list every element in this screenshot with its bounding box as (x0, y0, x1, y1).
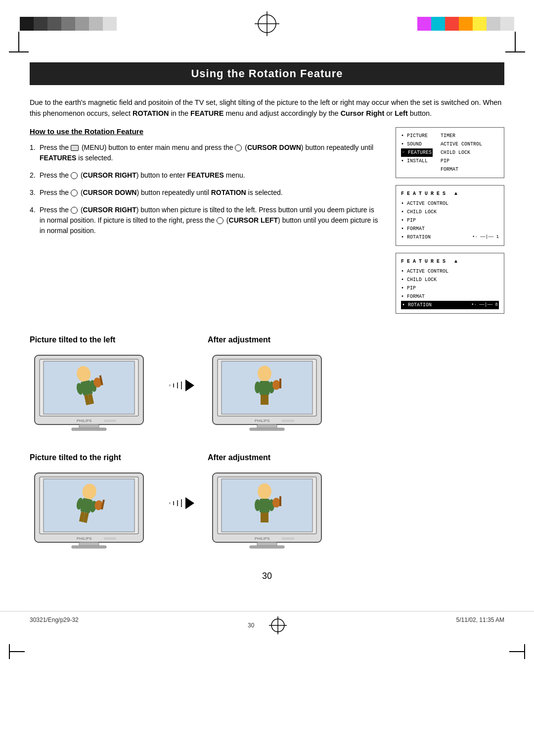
color-bar (47, 17, 61, 31)
tv-tilted-left: PHILIPS (30, 350, 148, 437)
how-to-section: How to use the Rotation Feature 1. Press… (30, 127, 504, 321)
rotation-row: • ROTATION •· ——|—— 1 (401, 233, 499, 241)
svg-text:PHILIPS: PHILIPS (77, 536, 92, 541)
svg-rect-66 (265, 513, 268, 522)
svg-marker-57 (185, 497, 194, 509)
svg-rect-35 (250, 428, 284, 430)
svg-text:PHILIPS: PHILIPS (77, 419, 92, 423)
tv-before-right-col: Picture tilted to the right (30, 453, 158, 556)
menu-item-highlighted: ☞ FEATURES (401, 148, 433, 157)
footer-left: 30321/Eng/p29-32 (30, 616, 79, 634)
menu-screenshots-column: • PICTURE • SOUND ☞ FEATURES • INSTALL T… (396, 127, 504, 321)
rotation-slider: •· ——|—— 1 (472, 234, 499, 241)
menu-item: • CHILD LOCK (401, 276, 499, 284)
svg-marker-22 (185, 379, 194, 391)
svg-point-32 (272, 380, 280, 390)
menu-item: FORMAT (441, 165, 482, 174)
menu-item: • CHILD LOCK (401, 208, 499, 216)
svg-text:PHILIPS: PHILIPS (255, 536, 270, 541)
steps-list: 1. Press the (MENU) button to enter main… (30, 142, 381, 236)
menu-item: • FORMAT (401, 292, 499, 301)
arrow-right-1 (168, 379, 198, 394)
svg-rect-70 (250, 546, 284, 548)
menu-item: • FORMAT (401, 225, 499, 233)
color-bar (445, 17, 459, 31)
footer-right: 5/11/02, 11:35 AM (456, 616, 504, 634)
color-bar (487, 17, 500, 31)
svg-rect-62 (260, 499, 269, 513)
svg-point-67 (272, 498, 280, 508)
crosshair-top-center (252, 9, 282, 39)
color-bar (20, 17, 34, 31)
svg-point-28 (255, 381, 261, 393)
right-color-bars (417, 17, 514, 31)
menu-item: PIP (441, 157, 482, 165)
menu-screenshot-2: F E A T U R E S ▲ • ACTIVE CONTROL • CHI… (396, 185, 504, 246)
cursor-right-icon (71, 172, 78, 179)
menu-item: • SOUND (401, 140, 433, 148)
cursor-left-icon (217, 217, 223, 224)
page-title: Using the Rotation Feature (30, 62, 504, 85)
footer-center: 30 (248, 622, 254, 629)
color-bar (75, 17, 89, 31)
reg-mark (515, 32, 516, 51)
tv-after-right-col: After adjustment (208, 453, 504, 556)
intro-paragraph: Due to the earth's magnetic field and po… (30, 97, 504, 119)
tv-row-left: Picture tilted to the left (30, 335, 504, 438)
tv-after-right-label: After adjustment (208, 453, 504, 462)
menu-item: • ACTIVE CONTROL (401, 267, 499, 276)
reg-mark (9, 51, 29, 52)
svg-rect-33 (279, 378, 281, 388)
color-bar (459, 17, 473, 31)
section-title: How to use the Rotation Feature (30, 127, 381, 136)
instructions-column: How to use the Rotation Feature 1. Press… (30, 127, 381, 321)
tv-illustrations-section: Picture tilted to the left (30, 335, 504, 556)
menu-item: CHILD LOCK (441, 148, 482, 157)
reg-mark (524, 644, 525, 659)
svg-rect-30 (261, 395, 265, 405)
tv-after-left-label: After adjustment (208, 335, 504, 344)
svg-point-63 (255, 499, 261, 511)
list-item: 2. Press the (CURSOR RIGHT) button to en… (30, 170, 381, 181)
color-bar (34, 17, 47, 31)
color-bar (103, 17, 117, 31)
arrow-right-2 (168, 497, 198, 512)
svg-rect-65 (261, 513, 265, 522)
page-number: 30 (30, 571, 504, 581)
title-text: Using the Rotation Feature (191, 67, 343, 80)
reg-mark (10, 651, 25, 652)
tv-row-right: Picture tilted to the right (30, 453, 504, 556)
menu-item: • PICTURE (401, 132, 433, 140)
svg-rect-68 (279, 496, 281, 506)
reg-marks-bottom (0, 639, 534, 664)
rotation-row-selected: • ROTATION •· ——|—— 8 (401, 301, 499, 309)
color-bar (500, 17, 514, 31)
color-bar (89, 17, 103, 31)
tv-after-left-col: After adjustment (208, 335, 504, 438)
rotation-label: • ROTATION (401, 233, 431, 241)
svg-rect-17 (104, 420, 116, 422)
menu-item: • PIP (401, 284, 499, 292)
svg-rect-37 (282, 420, 294, 422)
menu-screenshot-3: F E A T U R E S ▲ • ACTIVE CONTROL • CHI… (396, 253, 504, 314)
crosshair-bottom (269, 616, 287, 634)
tv-after-right: PHILIPS (208, 468, 326, 555)
menu-icon (71, 145, 79, 151)
svg-rect-31 (265, 395, 268, 405)
left-color-bars (20, 17, 117, 31)
svg-rect-72 (282, 537, 294, 540)
cursor-down-icon (71, 189, 78, 196)
list-item: 3. Press the (CURSOR DOWN) button repeat… (30, 188, 381, 198)
menu-screenshot-1: • PICTURE • SOUND ☞ FEATURES • INSTALL T… (396, 127, 504, 178)
color-bar (417, 17, 431, 31)
svg-point-61 (258, 483, 271, 499)
rotation-slider: •· ——|—— 8 (471, 301, 498, 309)
reg-mark (505, 51, 525, 52)
menu-title: F E A T U R E S ▲ (401, 189, 499, 198)
tv-tilted-right: PHILIPS (30, 468, 148, 555)
svg-rect-15 (72, 428, 106, 430)
list-item: 4. Press the (CURSOR RIGHT) button when … (30, 205, 381, 236)
menu-item: ACTIVE CONTROL (441, 140, 482, 148)
svg-rect-52 (104, 537, 116, 540)
svg-point-26 (258, 366, 271, 381)
